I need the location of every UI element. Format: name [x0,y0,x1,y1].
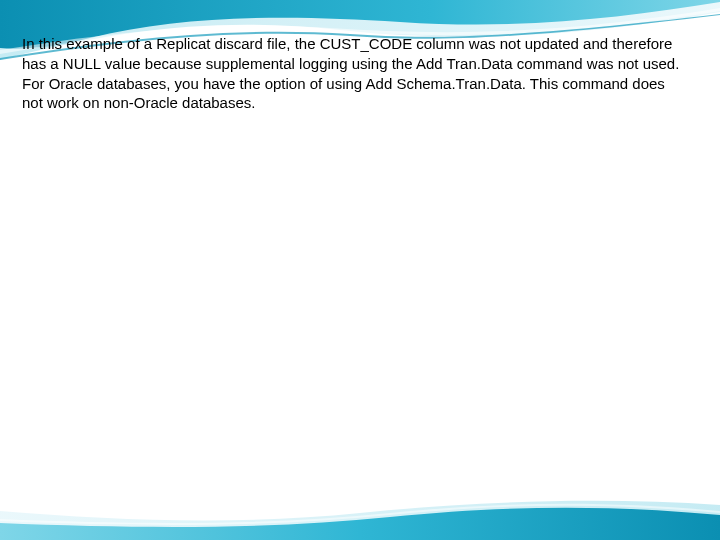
bottom-wave-decoration [0,495,720,540]
slide-body: In this example of a Replicat discard fi… [22,34,682,113]
paragraph-2: For Oracle databases, you have the optio… [22,74,682,114]
paragraph-1: In this example of a Replicat discard fi… [22,34,682,74]
